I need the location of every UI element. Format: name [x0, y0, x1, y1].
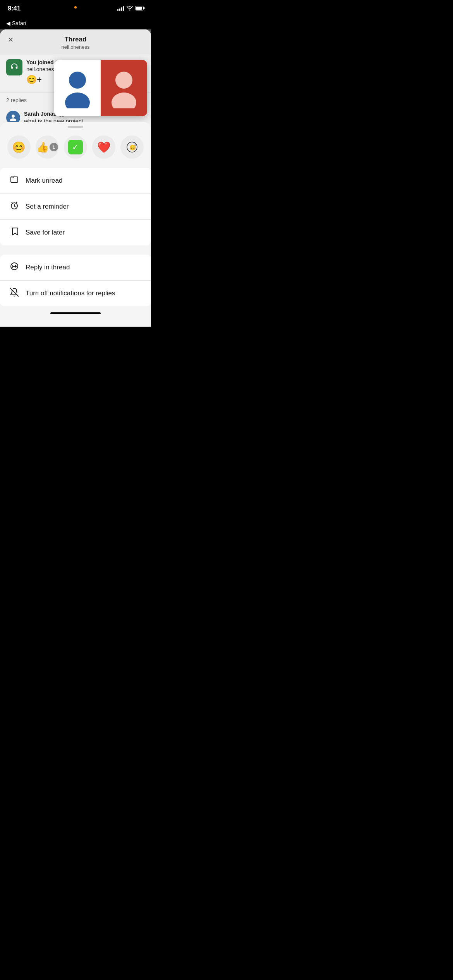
thumbs-container: 👍 1 [36, 141, 58, 153]
emoji-smiley-button[interactable]: 😊 [7, 135, 31, 159]
checkmark-inner: ✓ [68, 140, 83, 154]
save-later-item[interactable]: Save for later [0, 220, 151, 245]
svg-rect-10 [11, 177, 18, 182]
thread-header: ✕ Thread neil.oneness [0, 29, 151, 55]
home-indicator [50, 312, 101, 314]
status-time: 9:41 [8, 5, 21, 12]
emoji-add-icon: 😊 + [127, 142, 137, 152]
red-person-svg [106, 68, 141, 108]
thumbsup-icon: 👍 [36, 141, 49, 153]
svg-point-6 [112, 93, 136, 108]
emoji-thumbsup-button[interactable]: 👍 1 [36, 135, 59, 159]
thread-subtitle: neil.oneness [62, 44, 90, 50]
reply-thread-icon [9, 262, 19, 273]
save-icon [9, 227, 19, 238]
close-button[interactable]: ✕ [8, 36, 14, 44]
menu-gap [0, 248, 151, 252]
safari-back-label[interactable]: Safari [12, 20, 26, 26]
mark-unread-label: Mark unread [26, 177, 62, 185]
svg-point-5 [115, 72, 132, 89]
emoji-row: 😊 👍 1 ✓ ❤️ 😊 + [0, 134, 151, 165]
reply-thread-label: Reply in thread [26, 264, 70, 271]
person-icon [9, 114, 17, 122]
channel-avatar [6, 59, 22, 75]
notif-off-item[interactable]: Turn off notifications for replies [0, 281, 151, 306]
bottom-sheet: 😊 👍 1 ✓ ❤️ 😊 + [0, 122, 151, 327]
notif-off-label: Turn off notifications for replies [26, 290, 115, 297]
signal-bars-icon [117, 6, 124, 11]
status-bar: 9:41 [0, 0, 151, 17]
wifi-icon [127, 5, 133, 12]
menu-section-2: Reply in thread Turn off notifications f… [0, 255, 151, 306]
svg-line-17 [10, 288, 19, 296]
thumbs-count: 1 [50, 143, 58, 151]
svg-rect-2 [144, 7, 145, 9]
mark-unread-icon [9, 175, 19, 187]
emoji-add-button[interactable]: 😊 + [120, 135, 144, 159]
thread-title: Thread [65, 36, 87, 43]
svg-rect-1 [136, 7, 142, 10]
notif-off-icon [9, 288, 19, 299]
battery-icon [135, 6, 145, 12]
svg-point-13 [12, 176, 13, 177]
reply-thread-item[interactable]: Reply in thread [0, 255, 151, 280]
sheet-handle [68, 126, 83, 128]
save-label: Save for later [26, 229, 65, 236]
safari-back-arrow[interactable]: ◀ [6, 20, 10, 26]
svg-point-3 [69, 72, 86, 89]
status-icons [117, 5, 145, 12]
menu-section-1: Mark unread Set a reminder Save for late… [0, 168, 151, 245]
reminder-label: Set a reminder [26, 203, 69, 211]
emoji-heart-button[interactable]: ❤️ [92, 135, 115, 159]
mark-unread-item[interactable]: Mark unread [0, 168, 151, 194]
svg-point-4 [65, 93, 90, 108]
hover-card [54, 60, 147, 116]
emoji-check-button[interactable]: ✓ [64, 135, 87, 159]
reminder-icon [9, 201, 19, 212]
headphone-icon [10, 63, 19, 72]
hover-avatar-right [101, 60, 147, 116]
status-dot [74, 6, 77, 9]
blue-person-svg [60, 68, 95, 108]
hover-avatar-left [54, 60, 101, 116]
reply-name-1: Sarah Jonas [24, 111, 56, 117]
set-reminder-item[interactable]: Set a reminder [0, 194, 151, 219]
svg-text:+: + [134, 143, 136, 147]
